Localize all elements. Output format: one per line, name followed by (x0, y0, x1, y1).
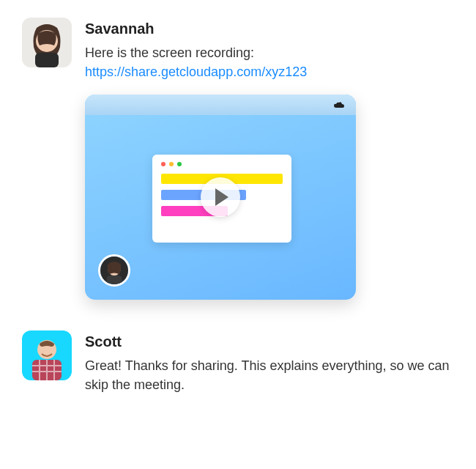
preview-titlebar (85, 95, 356, 115)
message-text: Great! Thanks for sharing. This explains… (85, 356, 454, 394)
message-text-line: Here is the screen recording: (85, 45, 254, 60)
play-icon[interactable] (201, 177, 240, 217)
minimize-dot-icon (169, 162, 174, 166)
avatar (22, 18, 72, 67)
svg-rect-5 (107, 276, 122, 284)
video-preview-card[interactable] (85, 95, 356, 300)
recorder-avatar (98, 254, 130, 287)
message-row: Savannah Here is the screen recording: h… (22, 18, 454, 317)
sender-name: Scott (85, 333, 454, 350)
message-row: Scott Great! Thanks for sharing. This ex… (22, 330, 454, 394)
traffic-lights (161, 162, 283, 166)
svg-rect-2 (35, 53, 59, 67)
close-dot-icon (161, 162, 166, 166)
avatar (22, 330, 72, 380)
share-link[interactable]: https://share.getcloudapp.com/xyz123 (85, 64, 307, 79)
message-body: Savannah Here is the screen recording: h… (85, 18, 454, 317)
message-text: Here is the screen recording: https://sh… (85, 43, 454, 81)
message-body: Scott Great! Thanks for sharing. This ex… (85, 330, 454, 394)
sender-name: Savannah (85, 21, 454, 37)
cloud-icon (332, 100, 346, 108)
zoom-dot-icon (177, 162, 182, 166)
